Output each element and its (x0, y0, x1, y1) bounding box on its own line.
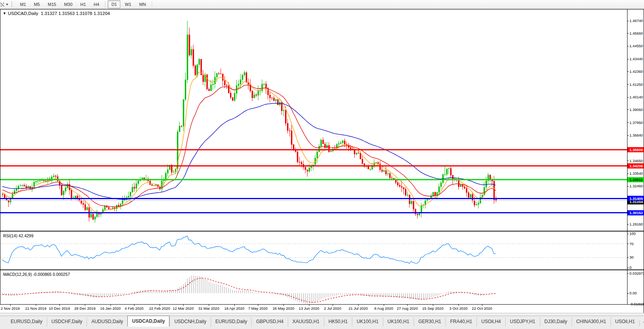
svg-text:27 Aug 2020: 27 Aug 2020 (397, 306, 418, 311)
svg-text:13 Jun 2020: 13 Jun 2020 (299, 306, 319, 311)
svg-text:1.46740: 1.46740 (629, 18, 643, 23)
svg-text:1.34650: 1.34650 (629, 159, 643, 163)
svg-text:21 Nov 2019: 21 Nov 2019 (25, 306, 46, 311)
svg-text:-0.018154: -0.018154 (629, 302, 644, 306)
svg-text:4 Feb 2020: 4 Feb 2020 (125, 306, 144, 311)
symbol-tab-15-dj30-daily[interactable]: DJ30,Daily (540, 317, 572, 327)
svg-text:0.032972: 0.032972 (629, 271, 644, 275)
timeframe-button-mn[interactable]: MN (136, 0, 149, 8)
chart-canvas[interactable]: 1.467401.456601.445501.434401.423601.412… (0, 9, 644, 313)
svg-text:1.40140: 1.40140 (629, 95, 643, 99)
symbol-tab-16-china300-h1[interactable]: CHINA300,H1 (572, 317, 611, 327)
timeframe-button-d1[interactable]: D1 (108, 0, 120, 8)
svg-text:8 Aug 2020: 8 Aug 2020 (374, 306, 393, 311)
svg-text:1.31405: 1.31405 (629, 196, 643, 201)
svg-text:31 Mar 2020: 31 Mar 2020 (198, 306, 219, 311)
svg-text:0: 0 (629, 265, 631, 270)
chart-title-ohlc: 1.31327 1.31563 1.31078 1.31204 (41, 11, 110, 16)
timeframe-button-m15[interactable]: M15 (44, 0, 59, 8)
svg-text:2 Jul 2020: 2 Jul 2020 (324, 306, 341, 311)
svg-text:1.41250: 1.41250 (629, 82, 643, 87)
symbol-tab-8-hk50-h1[interactable]: HK50,H1 (324, 317, 352, 327)
symbol-tab-7-xauusd-h1[interactable]: XAUUSD,H1 (288, 317, 324, 327)
symbol-tab-2-audusd-daily[interactable]: AUDUSD,Daily (86, 317, 127, 327)
symbol-tab-11-ger30-h1[interactable]: GER30,H1 (414, 317, 445, 327)
svg-text:0.00: 0.00 (629, 291, 637, 295)
crosshair-icon (0, 2, 5, 7)
svg-text:2 Nov 2019: 2 Nov 2019 (1, 306, 20, 311)
bottom-strip (0, 327, 644, 329)
timeframe-button-h4[interactable]: H4 (90, 0, 103, 8)
svg-text:70: 70 (629, 242, 634, 246)
symbol-tab-12-fra40-h1[interactable]: FRA40,H1 (445, 317, 477, 327)
toolbar-separator (152, 1, 152, 7)
svg-text:12 Mar 2020: 12 Mar 2020 (173, 306, 193, 311)
svg-text:18 Apr 2020: 18 Apr 2020 (224, 306, 244, 311)
timeframe-toolbar: ▼ M1M5M15M30H1H4D1W1MN (0, 0, 644, 9)
svg-text:100: 100 (629, 231, 636, 236)
symbol-tab-10-uk100-h1[interactable]: UK100,H1 (383, 317, 414, 327)
toolbar-grip (11, 2, 14, 7)
svg-text:1.34206: 1.34206 (629, 164, 643, 168)
symbol-tab-5-eurusd-daily[interactable]: EURUSD,Daily (211, 317, 252, 327)
symbol-tab-14-usdjpy-h1[interactable]: USDJPY,H1 (505, 317, 539, 327)
svg-text:3 Oct 2020: 3 Oct 2020 (449, 306, 467, 311)
chart-menu-icon[interactable]: ▼ (3, 11, 6, 15)
symbol-tab-3-usdcad-daily[interactable]: USDCAD,Daily (127, 316, 169, 327)
chart-window: ▼USDCAD,Daily 1.31327 1.31563 1.31078 1.… (0, 9, 644, 313)
svg-text:7 May 2020: 7 May 2020 (248, 306, 268, 311)
statusbar-spacer (0, 313, 644, 316)
symbol-tabbar: EURUSD,DailyUSDCHF,DailyAUDUSD,DailyUSDC… (0, 316, 644, 327)
svg-text:16 Jan 2020: 16 Jan 2020 (100, 306, 121, 311)
chart-title-symbol: USDCAD,Daily (8, 11, 38, 16)
svg-text:1.29160: 1.29160 (629, 222, 643, 226)
toolbar-dropdown-icon[interactable]: ▼ (6, 3, 9, 6)
toolbar-separator (105, 1, 105, 7)
svg-text:26 May 2020: 26 May 2020 (273, 306, 294, 311)
svg-text:1.42360: 1.42360 (629, 69, 643, 74)
svg-text:10 Dec 2019: 10 Dec 2019 (49, 306, 70, 311)
symbol-tab-6-gbpusd-h4[interactable]: GBPUSD,H4 (251, 317, 287, 327)
tab-scroll-arrows: ◄ ► (639, 320, 644, 327)
svg-text:1.44550: 1.44550 (629, 44, 643, 48)
symbol-tab-4-usdcnh-daily[interactable]: USDCNH,Daily (169, 317, 210, 327)
symbol-tab-9-uk100-h1[interactable]: UK100,H1 (352, 317, 383, 327)
timeframe-button-h1[interactable]: H1 (77, 0, 89, 8)
symbol-tab-13-usoil-h4[interactable]: USOil,H4 (477, 317, 505, 327)
svg-text:15 Sep 2020: 15 Sep 2020 (422, 306, 443, 311)
tab-scroll-left-icon[interactable]: ◄ (643, 320, 644, 324)
rsi-indicator-label: RSI(14) 42.4299 (3, 233, 33, 238)
svg-text:22 Feb 2020: 22 Feb 2020 (149, 306, 170, 311)
svg-text:1.36840: 1.36840 (629, 133, 643, 137)
timeframe-button-m30[interactable]: M30 (61, 0, 76, 8)
cursor-tool-button[interactable]: ▼ (0, 2, 11, 7)
svg-text:1.33011: 1.33011 (629, 177, 643, 182)
svg-text:21 Jul 2020: 21 Jul 2020 (348, 306, 368, 311)
svg-text:1.30152: 1.30152 (629, 211, 643, 215)
svg-text:1.35606: 1.35606 (629, 148, 643, 152)
timeframe-button-m1[interactable]: M1 (17, 0, 29, 8)
svg-text:30: 30 (629, 255, 634, 259)
svg-text:22 Oct 2020: 22 Oct 2020 (472, 306, 492, 311)
chart-title: ▼USDCAD,Daily 1.31327 1.31563 1.31078 1.… (3, 11, 110, 16)
timeframe-button-w1[interactable]: W1 (121, 0, 135, 8)
svg-text:1.39060: 1.39060 (629, 107, 643, 112)
timeframe-button-m5[interactable]: M5 (30, 0, 43, 8)
symbol-tab-1-usdchf-daily[interactable]: USDCHF,Daily (47, 317, 87, 327)
svg-text:1.43440: 1.43440 (629, 57, 643, 61)
svg-text:1.37950: 1.37950 (629, 120, 643, 125)
svg-text:1.33540: 1.33540 (629, 171, 643, 176)
macd-indicator-label: MACD(12,26,9) -0.000865 0.000257 (3, 272, 70, 277)
svg-text:1.32460: 1.32460 (629, 184, 643, 188)
symbol-tab-17-usoil-h1[interactable]: USOil,H1 (611, 317, 639, 327)
svg-text:1.45660: 1.45660 (629, 31, 643, 35)
svg-text:28 Dec 2019: 28 Dec 2019 (74, 306, 96, 311)
symbol-tab-0-eurusd-daily[interactable]: EURUSD,Daily (6, 317, 47, 327)
